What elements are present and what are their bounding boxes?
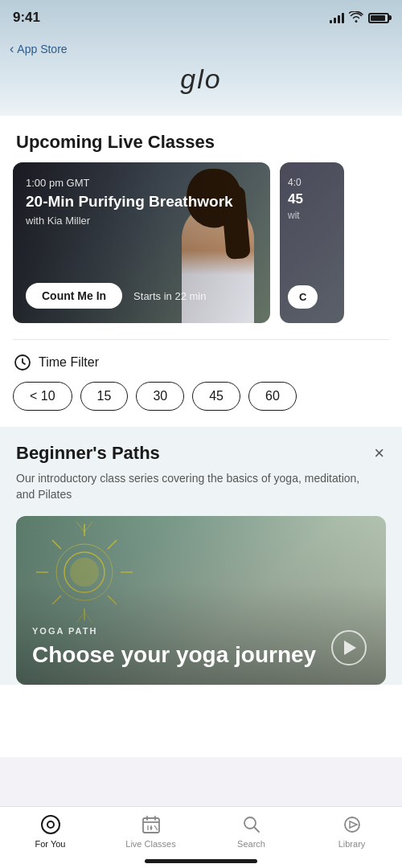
beginners-header: Beginner's Paths × — [16, 443, 386, 464]
beginners-title: Beginner's Paths — [16, 443, 160, 464]
live-classes-scroll: 1:00 pm GMT 20-Min Purifying Breathwork … — [0, 162, 402, 339]
nav-item-search[interactable]: Search — [219, 813, 284, 849]
svg-point-16 — [42, 816, 59, 833]
app-header: ‹ App Store glo — [0, 35, 402, 116]
wifi-icon — [349, 11, 363, 25]
yoga-card-title: Choose your yoga journey — [32, 642, 370, 668]
svg-point-17 — [47, 821, 54, 828]
nav-label-for-you: For You — [35, 839, 66, 849]
home-icon — [39, 813, 62, 836]
calendar-icon — [140, 813, 162, 836]
yoga-path-card[interactable]: YOGA PATH Choose your yoga journey — [16, 516, 386, 685]
nav-label-search: Search — [237, 839, 265, 849]
filter-chip-15[interactable]: 15 — [80, 382, 129, 411]
count-me-in-button[interactable]: Count Me In — [26, 283, 122, 309]
card-1-title: 20-Min Purifying Breathwork — [26, 192, 257, 211]
card-2-instructor: wit — [288, 210, 336, 221]
live-class-card-1[interactable]: 1:00 pm GMT 20-Min Purifying Breathwork … — [13, 162, 270, 323]
status-bar: 9:41 — [0, 0, 402, 35]
live-class-card-1-overlay: 1:00 pm GMT 20-Min Purifying Breathwork … — [13, 162, 270, 323]
app-logo: glo — [180, 63, 221, 95]
svg-marker-29 — [350, 821, 357, 828]
search-icon — [240, 813, 263, 836]
back-nav[interactable]: ‹ App Store — [10, 42, 68, 56]
card-2-title: 45 — [288, 191, 336, 207]
beginners-section: Beginner's Paths × Our introductory clas… — [0, 427, 402, 685]
battery-icon — [368, 13, 389, 23]
filter-chip-60[interactable]: 60 — [248, 382, 297, 411]
nav-item-live-classes[interactable]: Live Classes — [119, 813, 183, 849]
back-label: App Store — [17, 43, 67, 55]
nav-item-library[interactable]: Library — [320, 813, 384, 849]
card-2-cta-button[interactable]: C — [288, 285, 318, 309]
upcoming-section-title: Upcoming Live Classes — [0, 116, 402, 162]
close-button[interactable]: × — [372, 443, 386, 464]
filter-chips: < 10 15 30 45 60 — [0, 382, 402, 427]
chevron-left-icon: ‹ — [10, 42, 14, 56]
clock-icon — [13, 353, 32, 372]
filter-chip-30[interactable]: 30 — [136, 382, 184, 411]
starts-in-label: Starts in 22 min — [133, 290, 206, 302]
time-filter-row: Time Filter — [0, 340, 402, 382]
live-class-card-2-peek[interactable]: 4:0 45 wit C — [280, 162, 344, 323]
svg-line-27 — [254, 828, 259, 833]
yoga-path-label: YOGA PATH — [32, 626, 370, 636]
card-1-actions: Count Me In Starts in 22 min — [26, 283, 257, 309]
main-content: Upcoming Live Classes 1:00 pm GMT 20-Min… — [0, 116, 402, 757]
status-time: 9:41 — [13, 10, 40, 26]
status-icons — [330, 11, 389, 25]
signal-icon — [330, 12, 344, 23]
nav-label-library: Library — [338, 839, 366, 849]
play-icon — [344, 641, 356, 655]
beginners-description: Our introductory class series covering t… — [16, 470, 386, 503]
nav-item-for-you[interactable]: For You — [18, 813, 83, 849]
library-icon — [341, 813, 363, 836]
filter-chip-45[interactable]: 45 — [192, 382, 240, 411]
filter-chip-lt10[interactable]: < 10 — [13, 382, 72, 411]
card-2-time: 4:0 — [288, 177, 336, 188]
time-filter-label: Time Filter — [39, 355, 99, 370]
svg-line-23 — [154, 825, 158, 830]
yoga-card-content: YOGA PATH Choose your yoga journey — [16, 516, 386, 685]
nav-label-live-classes: Live Classes — [125, 839, 175, 849]
play-button[interactable] — [331, 630, 367, 665]
card-1-instructor: with Kia Miller — [26, 215, 257, 227]
home-indicator — [145, 859, 257, 863]
card-1-time: 1:00 pm GMT — [26, 177, 257, 189]
